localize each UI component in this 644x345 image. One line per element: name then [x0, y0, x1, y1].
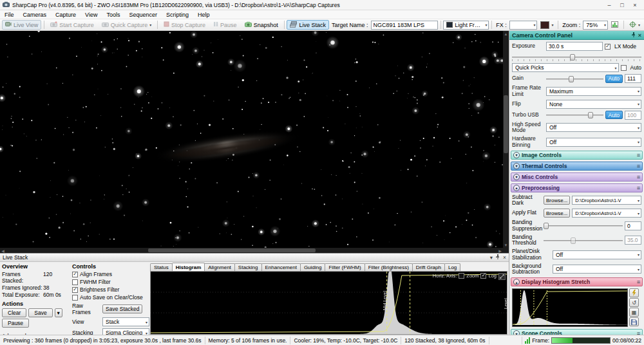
menu-icon[interactable]: ≡ [637, 163, 640, 169]
section-preprocessing[interactable]: ▴ Preprocessing ≡ [511, 183, 643, 192]
histogram-toggle-button[interactable] [609, 20, 620, 30]
tab-stacking[interactable]: Stacking [234, 263, 262, 271]
minimize-button[interactable]: – [603, 1, 616, 10]
pause-stack-button[interactable]: Pause [2, 319, 29, 328]
section-scope-controls[interactable]: ▾ Scope Controls ≡ [511, 329, 643, 335]
menu-item-sequencer[interactable]: Sequencer [124, 10, 162, 19]
view-dropdown[interactable]: Stack ▾ [102, 317, 149, 326]
turbo-usb-value-input[interactable] [625, 111, 641, 120]
menu-item-capture[interactable]: Capture [51, 10, 80, 19]
target-name-input[interactable] [371, 21, 438, 30]
turbo-usb-slider[interactable] [546, 111, 603, 119]
background-subtraction-dropdown[interactable]: Off ▾ [553, 265, 641, 274]
checkbox-brightness-filter[interactable]: Brightness Filter [72, 286, 149, 293]
snapshot-button[interactable]: Snapshot [242, 20, 281, 30]
clear-button[interactable]: Clear [2, 308, 26, 317]
menu-item-view[interactable]: View [80, 10, 102, 19]
zoom-checkbox[interactable] [459, 273, 464, 279]
menu-icon[interactable]: ≡ [637, 185, 640, 191]
start-capture-button[interactable]: Start Capture [47, 20, 97, 30]
tab-histogram[interactable]: Histogram [172, 263, 205, 271]
frame-rate-limit-dropdown[interactable]: Maximum ▾ [546, 87, 641, 96]
live-view-button[interactable]: Live View [2, 20, 41, 30]
exposure-slider[interactable] [512, 53, 641, 61]
menu-item-scripting[interactable]: Scripting [162, 10, 193, 19]
close-icon[interactable]: × [503, 254, 506, 261]
tab-status[interactable]: Status [150, 263, 173, 271]
tab-guiding[interactable]: Guiding [300, 263, 326, 271]
slider-thumb[interactable] [569, 76, 574, 82]
close-button[interactable]: × [629, 1, 641, 10]
stretch-histogram[interactable] [512, 288, 628, 327]
camera-view[interactable]: ▲ ▼ ◀ ▶ [0, 31, 509, 253]
apply-flat-dropdown[interactable]: D:\Dropbox\Astro\1-V ▾ [572, 209, 641, 218]
exposure-input[interactable] [546, 42, 603, 51]
pin-icon[interactable] [631, 32, 636, 39]
checkbox-fwhm-filter[interactable]: FWHM Filter [72, 279, 149, 285]
checkbox-align-frames[interactable]: Align Frames [72, 271, 149, 277]
quick-picks-dropdown[interactable]: Quick Picks ▾ [512, 63, 619, 72]
quick-capture-button[interactable]: Quick Capture ▾ [99, 20, 155, 30]
tab-enhancement[interactable]: Enhancement [261, 263, 301, 271]
section-display-histogram-stretch[interactable]: ▴ Display Histogram Stretch ≡ [511, 277, 643, 286]
chevron-down-icon[interactable]: ▾ [490, 254, 493, 261]
pause-button[interactable]: Pause [210, 20, 240, 30]
tab-alignment[interactable]: Alignment [204, 263, 235, 271]
stop-capture-button[interactable]: Stop Capture [160, 20, 209, 30]
close-icon[interactable]: × [638, 32, 641, 39]
histogram-mode-icon[interactable]: ▦ [629, 308, 639, 317]
subtract-dark-browse-button[interactable]: Browse... [544, 196, 570, 205]
checkbox-auto-save-on-clear-close[interactable]: Auto Save on Clear/Close [72, 294, 149, 301]
log-checkbox[interactable] [480, 273, 486, 279]
section-image-controls[interactable]: ▾ Image Controls ≡ [511, 151, 643, 160]
menu-item-cameras[interactable]: Cameras [19, 10, 52, 19]
menu-icon[interactable]: ≡ [637, 279, 640, 285]
banding-threshold-input[interactable] [625, 236, 641, 245]
sky-image[interactable] [0, 31, 503, 248]
lx-mode-checkbox[interactable] [605, 44, 611, 50]
tab-filter-fwhm[interactable]: Filter (FWHM) [325, 263, 365, 271]
banding-suppression-slider[interactable] [544, 221, 623, 230]
horizontal-scrollbar[interactable]: ◀ ▶ [0, 248, 503, 253]
banding-threshold-slider[interactable] [544, 236, 623, 245]
section-misc-controls[interactable]: ▾ Misc Controls ≡ [511, 172, 643, 182]
menu-icon[interactable]: ≡ [637, 174, 640, 180]
tab-log[interactable]: Log [444, 263, 460, 271]
scrollbar-thumb[interactable] [504, 95, 508, 153]
menu-item-tools[interactable]: Tools [102, 10, 124, 19]
scrollbar-thumb[interactable] [148, 248, 316, 252]
zoom-dropdown[interactable]: 75% ▾ [583, 21, 608, 30]
menu-item-file[interactable]: File [0, 10, 19, 19]
slider-thumb[interactable] [570, 54, 575, 61]
frame-type-dropdown[interactable]: Light Frames ▾ [443, 21, 489, 30]
reset-stretch-icon[interactable]: ↺ [629, 298, 639, 307]
tab-filter-brightness[interactable]: Filter (Brightness) [365, 263, 413, 271]
stack-histogram[interactable] [151, 272, 507, 334]
maximize-button[interactable]: □ [616, 1, 629, 10]
high-speed-mode-dropdown[interactable]: Off ▾ [546, 123, 641, 132]
turbo-usb-auto-button[interactable]: Auto [605, 111, 623, 119]
gain-auto-button[interactable]: Auto [605, 75, 623, 83]
pin-icon[interactable] [495, 254, 500, 261]
slider-thumb[interactable] [571, 238, 576, 244]
save-dropdown-button[interactable]: ▾ [55, 308, 62, 317]
save-button[interactable]: Save [28, 308, 52, 317]
gain-value-input[interactable] [625, 74, 641, 83]
expand-icon[interactable] [498, 273, 506, 280]
tab-drift-graph[interactable]: Drift Graph [412, 263, 445, 271]
hardware-binning-dropdown[interactable]: Off ▾ [546, 138, 641, 147]
planet-disk-stabilization-dropdown[interactable]: Off ▾ [553, 250, 641, 259]
fx-color-button[interactable]: ▾ [538, 20, 555, 30]
flip-dropdown[interactable]: None ▾ [546, 100, 641, 109]
menu-icon[interactable]: ≡ [637, 330, 640, 335]
exposure-auto-checkbox[interactable] [621, 65, 627, 71]
fx-dropdown[interactable]: ▾ [509, 21, 538, 30]
menu-item-help[interactable]: Help [193, 10, 214, 19]
slider-thumb[interactable] [588, 112, 593, 118]
vertical-scrollbar[interactable]: ▲ ▼ [503, 31, 509, 248]
section-thermal-controls[interactable]: ▾ Thermal Controls ≡ [511, 162, 643, 171]
reticle-button[interactable]: ▾ [627, 20, 642, 30]
banding-suppression-input[interactable] [625, 221, 641, 230]
save-stretch-icon[interactable] [629, 317, 639, 326]
slider-thumb[interactable] [544, 223, 549, 229]
